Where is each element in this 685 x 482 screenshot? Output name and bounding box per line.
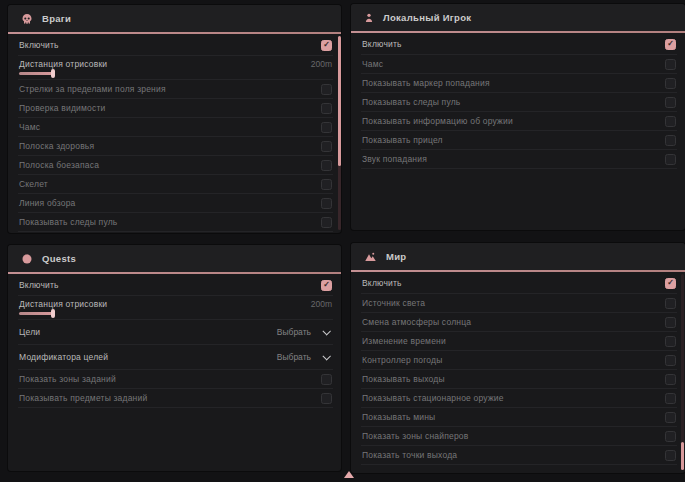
checkbox[interactable] — [665, 78, 676, 89]
checkbox[interactable] — [665, 298, 676, 309]
checkbox[interactable]: ✓ — [321, 280, 332, 291]
slider-handle[interactable] — [51, 309, 55, 318]
world-row[interactable]: Показать точки выхода — [361, 446, 677, 465]
checkbox[interactable] — [321, 122, 332, 133]
world-row[interactable]: Изменение времени — [361, 332, 677, 351]
world-row[interactable]: Источник света — [361, 294, 677, 313]
panel-body: Включить✓Дистанция отрисовки200mСтрелки … — [8, 34, 341, 232]
enemies-row[interactable]: Полоска здоровья — [18, 137, 333, 156]
world-row[interactable]: Контроллер погоды — [361, 351, 677, 370]
local-player-row[interactable]: Чамс — [361, 55, 677, 74]
checkbox[interactable] — [321, 217, 332, 228]
row-label: Смена атмосферы солнца — [362, 317, 471, 327]
mod-menu-screen: Враги Включить✓Дистанция отрисовки200mСт… — [0, 0, 685, 482]
quests-row[interactable]: Модификатора целейВыбрать — [18, 345, 333, 370]
slider[interactable] — [19, 310, 59, 317]
checkbox[interactable] — [665, 97, 676, 108]
quests-row[interactable]: Показать зоны заданий — [18, 370, 333, 389]
local-player-row[interactable]: Показывать информацию об оружии — [361, 112, 677, 131]
panel-local-player-header: Локальный Игрок — [351, 4, 685, 31]
slider-track[interactable] — [19, 312, 53, 315]
checkbox[interactable]: ✓ — [321, 40, 332, 51]
enemies-row[interactable]: Чамс — [18, 118, 333, 137]
panel-title: Quests — [42, 253, 76, 264]
scrollbar[interactable] — [681, 274, 684, 470]
checkbox[interactable] — [321, 160, 332, 171]
checkbox[interactable] — [665, 317, 676, 328]
slider-track[interactable] — [19, 72, 53, 75]
quest-orb-icon — [21, 253, 33, 265]
checkbox[interactable] — [665, 393, 676, 404]
checkbox[interactable] — [321, 179, 332, 190]
world-row[interactable]: Показывать стационарное оружие — [361, 389, 677, 408]
local-player-row[interactable]: Показывать маркер попадания — [361, 74, 677, 93]
world-row[interactable]: Включить✓ — [361, 273, 677, 294]
enemies-row[interactable]: Включить✓ — [18, 35, 333, 56]
panel-body: Включить✓Дистанция отрисовки200mЦелиВыбр… — [8, 274, 341, 408]
checkbox[interactable] — [665, 450, 676, 461]
checkbox[interactable]: ✓ — [665, 278, 676, 289]
enemies-row[interactable]: Полоска боезапаса — [18, 156, 333, 175]
panel-world: Мир Включить✓Источник светаСмена атмосфе… — [351, 243, 685, 473]
world-row[interactable]: Показывать мины — [361, 408, 677, 427]
checkbox[interactable] — [665, 154, 676, 165]
local-player-row[interactable]: Показывать следы пуль — [361, 93, 677, 112]
panel-title: Мир — [386, 251, 406, 262]
enemies-row[interactable]: Стрелки за пределами поля зрения — [18, 80, 333, 99]
enemies-row[interactable]: Линия обзора — [18, 194, 333, 213]
quests-row[interactable]: ЦелиВыбрать — [18, 320, 333, 345]
checkbox[interactable] — [321, 84, 332, 95]
world-row[interactable]: Показать зоны снайперов — [361, 427, 677, 446]
checkbox[interactable] — [665, 374, 676, 385]
checkbox[interactable] — [321, 103, 332, 114]
checkbox[interactable] — [321, 374, 332, 385]
checkbox[interactable] — [665, 116, 676, 127]
quests-row[interactable]: Включить✓ — [18, 275, 333, 296]
panel-world-header: Мир — [351, 243, 685, 270]
checkbox[interactable] — [665, 336, 676, 347]
enemies-row[interactable]: Дистанция отрисовки200m — [18, 56, 333, 80]
row-label: Полоска здоровья — [19, 141, 94, 151]
scrollbar-thumb[interactable] — [681, 442, 684, 470]
checkbox[interactable] — [321, 141, 332, 152]
scroll-indicator-triangle-icon[interactable] — [344, 471, 354, 478]
enemies-row[interactable]: Скелет — [18, 175, 333, 194]
enemies-row[interactable]: Проверка видимости — [18, 99, 333, 118]
slider[interactable] — [19, 70, 59, 77]
row-label: Изменение времени — [362, 336, 446, 346]
panel-body: Включить✓ЧамсПоказывать маркер попадания… — [351, 33, 685, 169]
local-player-row[interactable]: Звук попадания — [361, 150, 677, 169]
checkbox[interactable] — [665, 431, 676, 442]
dropdown[interactable]: Выбрать — [277, 352, 332, 362]
enemies-row[interactable]: Показывать следы пуль — [18, 213, 333, 232]
local-player-row[interactable]: Показывать прицел — [361, 131, 677, 150]
dropdown-value: Выбрать — [277, 352, 311, 362]
person-icon — [364, 12, 374, 24]
checkbox[interactable] — [321, 393, 332, 404]
panel-title: Враги — [42, 13, 71, 24]
dropdown[interactable]: Выбрать — [277, 327, 332, 337]
quests-row[interactable]: Дистанция отрисовки200m — [18, 296, 333, 320]
row-label: Показывать стационарное оружие — [362, 393, 504, 403]
panel-quests-header: Quests — [8, 245, 341, 272]
checkbox[interactable] — [665, 135, 676, 146]
checkbox[interactable] — [321, 198, 332, 209]
row-label: Чамс — [19, 122, 40, 132]
world-row[interactable]: Смена атмосферы солнца — [361, 313, 677, 332]
scrollbar-thumb[interactable] — [338, 36, 341, 166]
checkbox[interactable] — [665, 355, 676, 366]
local-player-row[interactable]: Включить✓ — [361, 34, 677, 55]
dropdown-value: Выбрать — [277, 327, 311, 337]
panel-enemies-header: Враги — [8, 5, 341, 32]
mountains-icon — [364, 251, 377, 263]
row-label: Скелет — [19, 179, 48, 189]
slider-handle[interactable] — [51, 69, 55, 78]
checkbox[interactable]: ✓ — [665, 39, 676, 50]
row-label: Включить — [362, 278, 402, 288]
checkbox[interactable] — [665, 59, 676, 70]
quests-row[interactable]: Показывать предметы заданий — [18, 389, 333, 408]
checkbox[interactable] — [665, 412, 676, 423]
world-row[interactable]: Показывать выходы — [361, 370, 677, 389]
scrollbar[interactable] — [338, 36, 341, 230]
row-label: Контроллер погоды — [362, 355, 443, 365]
